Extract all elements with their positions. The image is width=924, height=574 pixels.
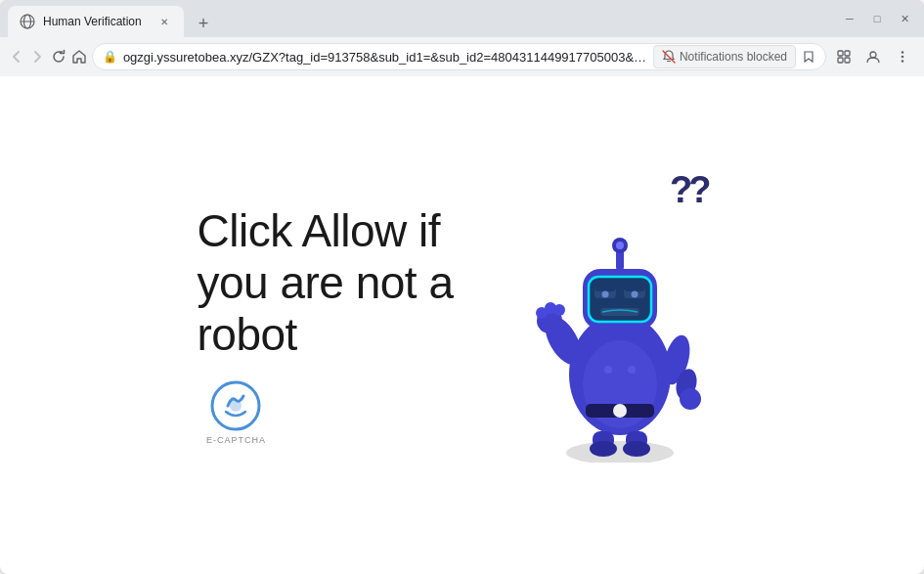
browser-window: Human Verification ✕ + ─ □ ✕ 🔒 ogzgi.yss… (0, 0, 924, 574)
main-text-line3: robot (197, 309, 453, 361)
main-text-line2: you are not a (197, 257, 453, 309)
content-wrapper: Click Allow if you are not a robot E-CAP… (0, 169, 924, 482)
page-content: Click Allow if you are not a robot E-CAP… (0, 76, 924, 574)
svg-point-10 (902, 51, 904, 54)
left-section: Click Allow if you are not a robot E-CAP… (197, 205, 453, 445)
tab-title: Human Verification (43, 15, 149, 28)
svg-rect-29 (600, 308, 639, 316)
svg-point-43 (590, 441, 617, 457)
main-text-line1: Click Allow if (197, 205, 453, 257)
svg-point-19 (613, 404, 627, 418)
svg-point-40 (680, 388, 701, 410)
url-text: ogzgi.yssuretobea.xyz/GZX?tag_id=913758&… (123, 50, 647, 65)
robot-illustration: ?? (512, 169, 727, 482)
close-button[interactable]: ✕ (893, 7, 916, 30)
svg-point-28 (631, 290, 638, 297)
svg-point-27 (601, 290, 608, 297)
captcha-badge: E-CAPTCHA (197, 380, 275, 445)
extensions-button[interactable] (830, 43, 858, 70)
minimize-button[interactable]: ─ (838, 7, 861, 30)
window-controls: ─ □ ✕ (838, 7, 916, 30)
forward-button[interactable] (28, 43, 45, 70)
profile-button[interactable] (859, 43, 887, 70)
menu-button[interactable] (889, 43, 916, 70)
svg-rect-5 (838, 51, 843, 56)
new-tab-button[interactable]: + (190, 10, 217, 37)
main-text: Click Allow if you are not a robot (197, 205, 453, 361)
active-tab[interactable]: Human Verification ✕ (8, 6, 184, 37)
back-button[interactable] (8, 43, 24, 70)
notifications-blocked-badge[interactable]: Notifications blocked (653, 45, 796, 68)
svg-point-14 (230, 400, 242, 412)
notifications-blocked-text: Notifications blocked (680, 50, 787, 64)
maximize-button[interactable]: □ (865, 7, 889, 30)
svg-point-11 (902, 56, 904, 59)
toolbar: 🔒 ogzgi.yssuretobea.xyz/GZX?tag_id=91375… (0, 37, 924, 76)
svg-point-46 (628, 366, 636, 374)
address-bar[interactable]: 🔒 ogzgi.yssuretobea.xyz/GZX?tag_id=91375… (92, 43, 826, 70)
reload-button[interactable] (50, 43, 66, 70)
toolbar-extension-icons (830, 43, 916, 70)
bell-icon (662, 50, 676, 64)
robot-svg (522, 189, 718, 463)
tab-strip: Human Verification ✕ + (8, 0, 830, 37)
tab-close-button[interactable]: ✕ (156, 14, 172, 29)
svg-rect-25 (594, 283, 616, 291)
svg-rect-6 (845, 51, 850, 56)
security-icon: 🔒 (103, 50, 117, 64)
svg-point-15 (566, 441, 674, 463)
svg-rect-7 (838, 58, 843, 63)
tab-favicon (20, 14, 35, 29)
svg-point-12 (902, 60, 904, 63)
svg-rect-26 (624, 283, 645, 291)
svg-point-32 (616, 242, 624, 249)
svg-point-44 (623, 441, 650, 457)
svg-point-9 (870, 52, 876, 58)
svg-rect-8 (845, 58, 850, 63)
captcha-logo-icon (210, 380, 261, 431)
home-button[interactable] (70, 43, 87, 70)
svg-point-45 (604, 366, 612, 374)
svg-point-37 (553, 304, 565, 316)
bookmark-icon[interactable] (802, 50, 815, 64)
title-bar: Human Verification ✕ + ─ □ ✕ (0, 0, 924, 37)
captcha-label: E-CAPTCHA (206, 435, 266, 445)
